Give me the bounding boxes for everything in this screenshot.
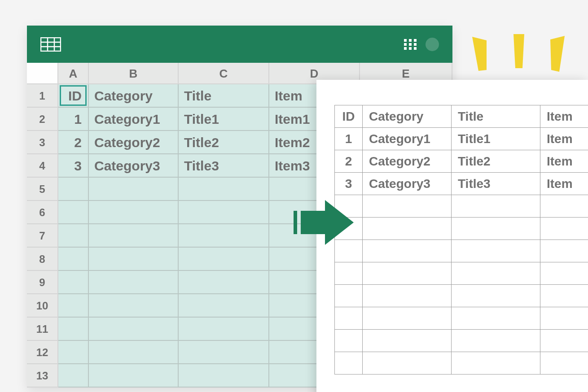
row-number[interactable]: 7 [27, 224, 58, 248]
cell[interactable]: Category1 [89, 108, 179, 131]
td [452, 285, 540, 307]
td [540, 352, 588, 375]
svg-marker-19 [550, 36, 565, 72]
cell[interactable] [58, 341, 89, 364]
spreadsheet-titlebar [27, 26, 452, 63]
svg-rect-0 [41, 38, 61, 51]
table-row: 1 Category1 Title1 Item [335, 128, 588, 150]
cell[interactable] [58, 318, 89, 341]
table-header-row: ID Category Title Item [335, 105, 588, 128]
cell[interactable] [58, 224, 89, 248]
td [540, 285, 588, 307]
td [540, 240, 588, 262]
td [363, 307, 452, 330]
cell[interactable] [179, 178, 269, 201]
cell[interactable] [179, 201, 269, 224]
td [363, 240, 452, 262]
cell[interactable] [89, 178, 179, 201]
cell[interactable] [179, 364, 269, 388]
cell[interactable] [179, 294, 269, 318]
table-row [335, 352, 588, 375]
cell[interactable] [179, 341, 269, 364]
cell[interactable]: Title2 [179, 131, 269, 154]
td [363, 195, 452, 218]
td [452, 262, 540, 285]
row-number[interactable]: 12 [27, 341, 58, 364]
cell[interactable]: Title3 [179, 154, 269, 178]
row-number[interactable]: 2 [27, 108, 58, 131]
td-category: Category1 [363, 128, 452, 150]
td-item: Item [540, 128, 588, 150]
cell-c1[interactable]: Title [179, 84, 269, 108]
table-row [335, 285, 588, 307]
table-row [335, 262, 588, 285]
svg-rect-5 [404, 39, 407, 42]
cell[interactable] [179, 224, 269, 248]
cell[interactable] [89, 224, 179, 248]
svg-rect-11 [404, 47, 407, 50]
cell[interactable] [89, 271, 179, 294]
cell[interactable] [179, 318, 269, 341]
column-header-b[interactable]: B [89, 63, 179, 84]
td [452, 330, 540, 352]
cell[interactable] [89, 318, 179, 341]
cell[interactable] [179, 248, 269, 271]
cell[interactable]: Category2 [89, 131, 179, 154]
column-header-a[interactable]: A [58, 63, 89, 84]
column-header-c[interactable]: C [179, 63, 269, 84]
cell[interactable]: Title1 [179, 108, 269, 131]
svg-marker-17 [472, 37, 487, 71]
cell[interactable]: 1 [58, 108, 89, 131]
cell[interactable]: Category3 [89, 154, 179, 178]
account-avatar-icon[interactable] [426, 38, 439, 51]
td [335, 285, 363, 307]
svg-rect-7 [414, 39, 417, 42]
row-number[interactable]: 10 [27, 294, 58, 318]
td-id: 2 [335, 150, 363, 173]
td-category: Category2 [363, 150, 452, 173]
td [363, 218, 452, 240]
cell[interactable] [89, 201, 179, 224]
output-table: ID Category Title Item 1 Category1 Title… [334, 105, 588, 375]
cell[interactable]: 3 [58, 154, 89, 178]
row-number[interactable]: 11 [27, 318, 58, 341]
row-number[interactable]: 3 [27, 131, 58, 154]
cell[interactable] [89, 294, 179, 318]
row-number[interactable]: 13 [27, 364, 58, 388]
cell[interactable] [58, 294, 89, 318]
cell-a1[interactable]: ID [58, 84, 89, 108]
td [540, 195, 588, 218]
td-item: Item [540, 173, 588, 195]
row-number[interactable]: 5 [27, 178, 58, 201]
sparkle-icon [467, 34, 570, 83]
cell-b1[interactable]: Category [89, 84, 179, 108]
td [335, 195, 363, 218]
titlebar-actions [404, 38, 439, 51]
td-title: Title2 [452, 150, 540, 173]
grid-icon[interactable] [404, 39, 417, 50]
row-number[interactable]: 8 [27, 248, 58, 271]
cell[interactable] [58, 201, 89, 224]
cell[interactable] [89, 341, 179, 364]
svg-rect-12 [409, 47, 412, 50]
cell[interactable] [58, 364, 89, 388]
svg-rect-13 [414, 47, 417, 50]
row-number[interactable]: 9 [27, 271, 58, 294]
cell[interactable] [89, 364, 179, 388]
td [335, 240, 363, 262]
row-number[interactable]: 6 [27, 201, 58, 224]
cell[interactable] [58, 248, 89, 271]
cell[interactable] [89, 248, 179, 271]
cell[interactable] [179, 271, 269, 294]
td [363, 262, 452, 285]
table-row [335, 330, 588, 352]
table-row [335, 240, 588, 262]
row-number[interactable]: 1 [27, 84, 58, 108]
td [540, 307, 588, 330]
select-all-corner[interactable] [27, 63, 58, 84]
cell[interactable]: 2 [58, 131, 89, 154]
td-title: Title3 [452, 173, 540, 195]
cell[interactable] [58, 271, 89, 294]
cell[interactable] [58, 178, 89, 201]
row-number[interactable]: 4 [27, 154, 58, 178]
